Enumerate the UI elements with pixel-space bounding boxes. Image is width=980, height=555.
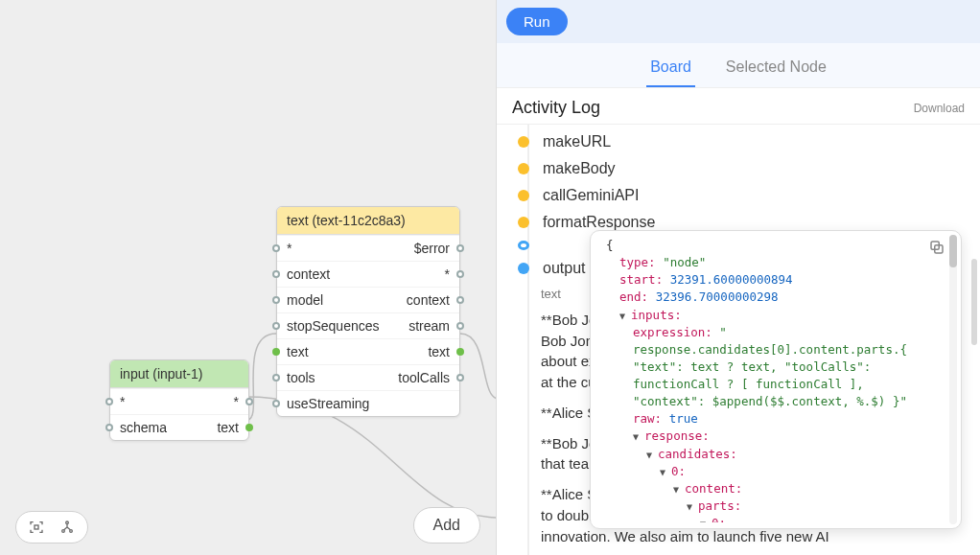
port-in[interactable]	[272, 296, 280, 304]
json-inspector-popover[interactable]: { type: "node" start: 32391.60000000894 …	[590, 230, 962, 529]
port-in[interactable]	[105, 398, 113, 405]
svg-point-1	[66, 521, 69, 524]
download-link[interactable]: Download	[914, 102, 965, 115]
status-dot-icon	[518, 263, 529, 274]
node-text-row: text text	[277, 338, 459, 364]
svg-point-2	[62, 530, 65, 533]
port-out[interactable]	[456, 296, 464, 304]
status-dot-icon	[518, 217, 529, 228]
scrollbar-thumb[interactable]	[971, 259, 977, 345]
node-text[interactable]: text (text-11c2c8a3) * $error context * …	[276, 206, 460, 417]
activity-log-header: Activity Log Download	[497, 88, 980, 125]
node-input-row: schema text	[110, 414, 248, 440]
port-in[interactable]	[272, 400, 280, 407]
log-item[interactable]: makeBody	[518, 155, 965, 182]
node-text-row: model context	[277, 287, 459, 312]
tab-selected-node[interactable]: Selected Node	[722, 53, 830, 87]
topbar: Run	[497, 0, 980, 43]
tabs: Board Selected Node	[497, 43, 980, 88]
status-dot-icon	[518, 190, 529, 201]
svg-rect-0	[35, 525, 38, 529]
log-item-label: callGeminiAPI	[543, 187, 639, 204]
log-item-label: makeURL	[543, 133, 611, 150]
svg-point-3	[70, 530, 73, 533]
port-out[interactable]	[456, 348, 464, 356]
node-text-row: stopSequences stream	[277, 312, 459, 338]
port-in[interactable]	[272, 244, 280, 252]
port-out[interactable]	[456, 374, 464, 382]
port-in[interactable]	[272, 374, 280, 382]
node-input[interactable]: input (input-1) * * schema text	[109, 359, 249, 441]
log-item-label: formatResponse	[543, 214, 655, 231]
node-text-row: context *	[277, 261, 459, 287]
node-text-row: * $error	[277, 235, 459, 261]
scrollbar-thumb[interactable]	[949, 235, 957, 267]
log-item-label: output	[543, 260, 585, 277]
node-text-row: useStreaming	[277, 390, 459, 416]
port-out[interactable]	[456, 244, 464, 252]
port-out[interactable]	[456, 270, 464, 278]
node-input-row: * *	[110, 388, 248, 414]
status-dot-icon	[518, 136, 529, 148]
scrollbar-track	[949, 235, 957, 524]
port-out[interactable]	[245, 398, 253, 405]
port-out[interactable]	[456, 322, 464, 330]
port-in[interactable]	[272, 348, 280, 356]
status-dot-icon	[518, 163, 529, 174]
log-item[interactable]: callGeminiAPI	[518, 182, 965, 209]
port-in[interactable]	[272, 270, 280, 278]
port-in[interactable]	[272, 322, 280, 330]
port-out[interactable]	[245, 424, 253, 431]
node-input-title: input (input-1)	[120, 366, 202, 382]
json-inspector-body[interactable]: { type: "node" start: 32391.60000000894 …	[600, 237, 945, 522]
port-in[interactable]	[105, 424, 113, 431]
add-node-button[interactable]: Add	[413, 507, 480, 543]
canvas-tools-tray	[15, 511, 88, 543]
log-item-label: makeBody	[543, 160, 616, 177]
node-text-header[interactable]: text (text-11c2c8a3)	[277, 207, 459, 235]
node-text-row: tools toolCalls	[277, 364, 459, 390]
run-button[interactable]: Run	[506, 8, 568, 35]
activity-log-title: Activity Log	[512, 98, 600, 118]
node-text-title: text (text-11c2c8a3)	[287, 213, 406, 228]
graph-layout-icon[interactable]	[58, 520, 76, 535]
node-input-header[interactable]: input (input-1)	[110, 360, 248, 388]
tab-board[interactable]: Board	[646, 53, 695, 87]
fit-view-icon[interactable]	[28, 520, 45, 535]
status-dot-icon	[518, 241, 529, 250]
log-item[interactable]: makeURL	[518, 128, 965, 155]
graph-canvas[interactable]: input (input-1) * * schema text text (te…	[0, 0, 497, 555]
